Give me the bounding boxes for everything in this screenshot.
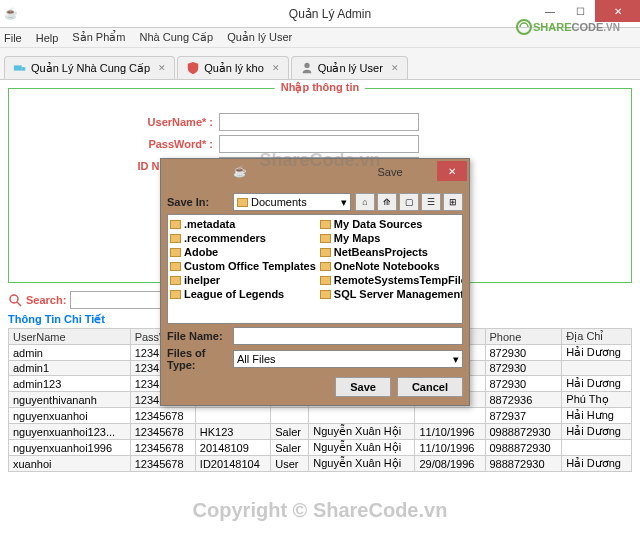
detail-view-button[interactable]: ⊞: [443, 193, 463, 211]
folder-icon: [320, 234, 331, 243]
folder-icon: [170, 290, 181, 299]
menu-help[interactable]: Help: [36, 32, 59, 44]
file-item[interactable]: League of Legends: [170, 287, 316, 301]
save-dialog: Save ✕ Save In: Documents ▾ ⌂ ⟰ ▢ ☰ ⊞ .m…: [160, 158, 470, 406]
file-item[interactable]: SQL Server Management Studio: [320, 287, 463, 301]
svg-point-0: [517, 20, 531, 34]
filetype-dropdown[interactable]: All Files ▾: [233, 350, 463, 368]
fieldset-legend: Nhập thông tin: [275, 81, 365, 94]
folder-icon: [170, 276, 181, 285]
java-icon: [165, 165, 315, 179]
tab-close-icon[interactable]: ✕: [272, 63, 280, 73]
password-input[interactable]: [219, 135, 419, 153]
password-label: PassWord* :: [19, 138, 219, 150]
list-view-button[interactable]: ☰: [421, 193, 441, 211]
shield-icon: [186, 61, 200, 75]
dialog-titlebar: Save ✕: [161, 159, 469, 185]
svg-rect-2: [22, 67, 26, 71]
file-item[interactable]: Custom Office Templates: [170, 259, 316, 273]
menu-quanlyuser[interactable]: Quản lý User: [227, 31, 292, 44]
folder-icon: [320, 262, 331, 271]
file-item[interactable]: My Data Sources: [320, 217, 463, 231]
file-item[interactable]: .metadata: [170, 217, 316, 231]
menu-file[interactable]: File: [4, 32, 22, 44]
folder-icon: [237, 198, 248, 207]
svg-rect-1: [14, 65, 22, 70]
username-label: UserName* :: [19, 116, 219, 128]
chevron-down-icon: ▾: [453, 353, 459, 366]
search-label: Search:: [26, 294, 66, 306]
column-header[interactable]: UserName: [9, 329, 131, 345]
logo: SHARECODE.VN: [515, 18, 620, 36]
savein-label: Save In:: [167, 196, 229, 208]
file-item[interactable]: OneNote Notebooks: [320, 259, 463, 273]
folder-icon: [320, 248, 331, 257]
truck-icon: [13, 61, 27, 75]
save-button[interactable]: Save: [335, 377, 391, 397]
filename-input[interactable]: [233, 327, 463, 345]
file-item[interactable]: .recommenders: [170, 231, 316, 245]
java-icon: [4, 7, 18, 21]
column-header[interactable]: Phone: [485, 329, 562, 345]
folder-icon: [170, 248, 181, 257]
folder-icon: [170, 234, 181, 243]
search-icon: [8, 293, 22, 307]
home-button[interactable]: ⟰: [377, 193, 397, 211]
svg-point-3: [304, 63, 309, 68]
svg-point-4: [10, 295, 18, 303]
column-header[interactable]: Địa Chỉ: [562, 329, 632, 345]
chevron-down-icon: ▾: [341, 196, 347, 209]
file-item[interactable]: RemoteSystemsTempFiles: [320, 273, 463, 287]
tab-kho[interactable]: Quản lý kho✕: [177, 56, 289, 79]
tab-user[interactable]: Quản lý User✕: [291, 56, 408, 79]
tab-nhacungcap[interactable]: Quản Lý Nhà Cung Cấp✕: [4, 56, 175, 79]
folder-icon: [320, 276, 331, 285]
filetype-label: Files of Type:: [167, 347, 229, 371]
file-list[interactable]: .metadata.recommendersAdobeCustom Office…: [167, 214, 463, 324]
username-input[interactable]: [219, 113, 419, 131]
filename-label: File Name:: [167, 330, 229, 342]
tab-close-icon[interactable]: ✕: [391, 63, 399, 73]
table-row[interactable]: xuanhoi12345678ID20148104UserNguyễn Xuân…: [9, 456, 632, 472]
menu-nhacungcap[interactable]: Nhà Cung Cấp: [140, 31, 214, 44]
folder-icon: [320, 290, 331, 299]
dialog-close-button[interactable]: ✕: [437, 161, 467, 181]
table-row[interactable]: nguyenxuanhoi123...12345678HK123SalerNgu…: [9, 424, 632, 440]
svg-line-5: [17, 302, 21, 306]
file-item[interactable]: ihelper: [170, 273, 316, 287]
up-button[interactable]: ⌂: [355, 193, 375, 211]
file-item[interactable]: My Maps: [320, 231, 463, 245]
table-row[interactable]: nguyenxuanhoi19961234567820148109SalerNg…: [9, 440, 632, 456]
tabbar: Quản Lý Nhà Cung Cấp✕ Quản lý kho✕ Quản …: [0, 48, 640, 80]
cancel-button[interactable]: Cancel: [397, 377, 463, 397]
newfolder-button[interactable]: ▢: [399, 193, 419, 211]
folder-icon: [170, 220, 181, 229]
folder-icon: [320, 220, 331, 229]
file-item[interactable]: NetBeansProjects: [320, 245, 463, 259]
savein-dropdown[interactable]: Documents ▾: [233, 193, 351, 211]
user-icon: [300, 61, 314, 75]
folder-icon: [170, 262, 181, 271]
menu-sanpham[interactable]: Sản Phẩm: [72, 31, 125, 44]
file-item[interactable]: Adobe: [170, 245, 316, 259]
tab-close-icon[interactable]: ✕: [158, 63, 166, 73]
table-row[interactable]: nguyenxuanhoi12345678872937Hải Hưng: [9, 408, 632, 424]
